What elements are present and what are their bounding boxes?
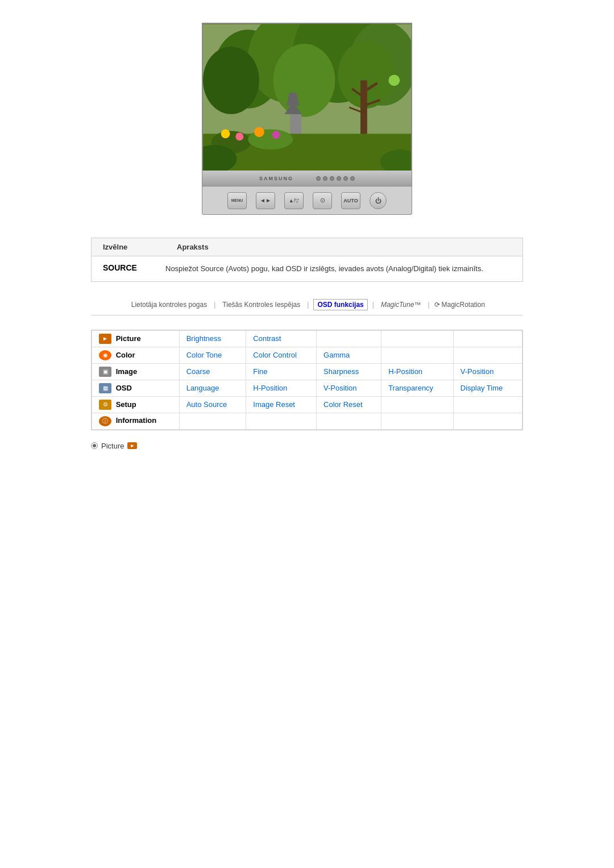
tab-osd[interactable]: OSD funkcijas (313, 299, 367, 310)
submenu-gamma[interactable]: Gamma (317, 347, 381, 363)
submenu-color-control[interactable]: Color Control (246, 347, 317, 363)
menu-item-setup[interactable]: ⚙ Setup (92, 396, 180, 413)
submenu-brightness[interactable]: Brightness (179, 330, 246, 347)
color-label-text: Color (116, 350, 135, 359)
tab-lietotaja[interactable]: Lietotāja kontroles pogas (129, 300, 209, 310)
submenu-contrast[interactable]: Contrast (246, 330, 317, 347)
submenu-empty-12 (453, 413, 522, 429)
monitor-section: SAMSUNG MENU ◄► ▲/▽ (91, 23, 523, 215)
svg-point-5 (203, 47, 259, 114)
auto-button[interactable]: ▲/▽ (284, 192, 304, 209)
submenu-empty-3 (453, 330, 522, 347)
submenu-v-position[interactable]: V-Position (453, 363, 522, 380)
osd-menu-grid: ► Picture Brightness Contrast ◉ Color Co… (91, 330, 523, 430)
color-icon: ◉ (99, 350, 111, 360)
osd-icon: ▦ (99, 383, 111, 393)
submenu-fine[interactable]: Fine (246, 363, 317, 380)
svg-marker-11 (288, 93, 298, 99)
indicator-dot (316, 176, 321, 181)
submenu-osd-h-position[interactable]: H-Position (246, 380, 317, 396)
svg-point-22 (254, 127, 264, 137)
svg-point-24 (388, 74, 400, 86)
monitor-controls: MENU ◄► ▲/▽ ⊙ AUTO ⏻ (202, 186, 412, 215)
menu-item-osd[interactable]: ▦ OSD (92, 380, 180, 396)
svg-marker-10 (286, 99, 300, 106)
radio-button (91, 442, 98, 449)
source-label: SOURCE (103, 263, 165, 272)
submenu-image-reset[interactable]: Image Reset (246, 396, 317, 413)
indicator-dot (350, 176, 355, 181)
image-icon: ▣ (99, 367, 111, 377)
tab-magicrotation[interactable]: ⟳ MagicRotation (434, 301, 486, 309)
separator-2: | (307, 301, 309, 309)
table-row: ▦ OSD Language H-Position V-Position Tra… (92, 380, 522, 396)
menu-item-picture[interactable]: ► Picture (92, 330, 180, 347)
submenu-empty-11 (381, 413, 454, 429)
submenu-transparency[interactable]: Transparency (381, 380, 454, 396)
source-row: SOURCE Nospiežot Source (Avots) pogu, ka… (92, 256, 522, 281)
col-apraksts-header: Apraksts (165, 238, 220, 256)
picture-icon: ► (99, 334, 111, 344)
menu-item-information[interactable]: ⓘ Information (92, 413, 180, 429)
submenu-color-tone[interactable]: Color Tone (179, 347, 246, 363)
submenu-empty-6 (381, 396, 454, 413)
source-table: Izvēlne Apraksts SOURCE Nospiežot Source… (91, 238, 523, 282)
separator-1: | (214, 301, 215, 309)
separator-3: | (372, 301, 374, 309)
submenu-empty-2 (381, 330, 454, 347)
picture-text: Picture (101, 442, 124, 450)
monitor-bezel: SAMSUNG (202, 171, 412, 186)
table-row: ⓘ Information (92, 413, 522, 429)
picture-label-text: Picture (116, 334, 141, 342)
setup-label-text: Setup (116, 400, 136, 408)
submenu-empty-1 (317, 330, 381, 347)
submenu-sharpness[interactable]: Sharpness (317, 363, 381, 380)
submenu-display-time[interactable]: Display Time (453, 380, 522, 396)
submenu-empty-5 (453, 347, 522, 363)
power-button[interactable]: ⏻ (370, 192, 387, 209)
separator-4: | (428, 301, 429, 309)
menu-item-image[interactable]: ▣ Image (92, 363, 180, 380)
submenu-empty-4 (381, 347, 454, 363)
image-label-text: Image (116, 367, 138, 375)
exit-button[interactable]: ⊙ (313, 192, 332, 209)
tab-magictune[interactable]: MagicTune™ (379, 300, 423, 310)
source-description: Nospiežot Source (Avots) pogu, kad OSD i… (165, 263, 511, 275)
table-header: Izvēlne Apraksts (92, 238, 522, 256)
monitor-indicator-dots (316, 176, 355, 181)
submenu-coarse[interactable]: Coarse (179, 363, 246, 380)
svg-point-21 (235, 132, 243, 140)
submenu-h-position[interactable]: H-Position (381, 363, 454, 380)
table-row: ▣ Image Coarse Fine Sharpness H-Position… (92, 363, 522, 380)
submenu-language[interactable]: Language (179, 380, 246, 396)
table-row: ⚙ Setup Auto Source Image Reset Color Re… (92, 396, 522, 413)
menu-button[interactable]: MENU (227, 192, 247, 209)
navigation-tabs: Lietotāja kontroles pogas | Tiešās Kontr… (91, 299, 523, 315)
information-label-text: Information (116, 416, 157, 425)
indicator-dot (323, 176, 327, 181)
svg-point-6 (273, 44, 335, 117)
svg-point-23 (272, 131, 280, 139)
indicator-dot (343, 176, 348, 181)
submenu-auto-source[interactable]: Auto Source (179, 396, 246, 413)
submenu-color-reset[interactable]: Color Reset (317, 396, 381, 413)
svg-point-20 (221, 129, 230, 138)
submenu-empty-7 (453, 396, 522, 413)
osd-label-text: OSD (116, 383, 132, 392)
input-button[interactable]: ◄► (256, 192, 275, 209)
submenu-osd-v-position[interactable]: V-Position (317, 380, 381, 396)
submenu-empty-9 (246, 413, 317, 429)
osd-table: ► Picture Brightness Contrast ◉ Color Co… (92, 330, 522, 430)
info-icon: ⓘ (99, 416, 111, 426)
picture-nav-icon: ► (127, 442, 137, 449)
picture-bottom-label: Picture ► (91, 442, 523, 450)
table-row: ► Picture Brightness Contrast (92, 330, 522, 347)
auto-adjust-button[interactable]: AUTO (341, 192, 360, 209)
menu-item-color[interactable]: ◉ Color (92, 347, 180, 363)
indicator-dot (330, 176, 334, 181)
tab-tieshas[interactable]: Tiešās Kontroles Iespējas (220, 300, 302, 310)
magicrotation-label: MagicRotation (442, 301, 486, 309)
monitor-screen (202, 23, 412, 171)
monitor-brand-label: SAMSUNG (259, 176, 293, 181)
submenu-empty-8 (179, 413, 246, 429)
